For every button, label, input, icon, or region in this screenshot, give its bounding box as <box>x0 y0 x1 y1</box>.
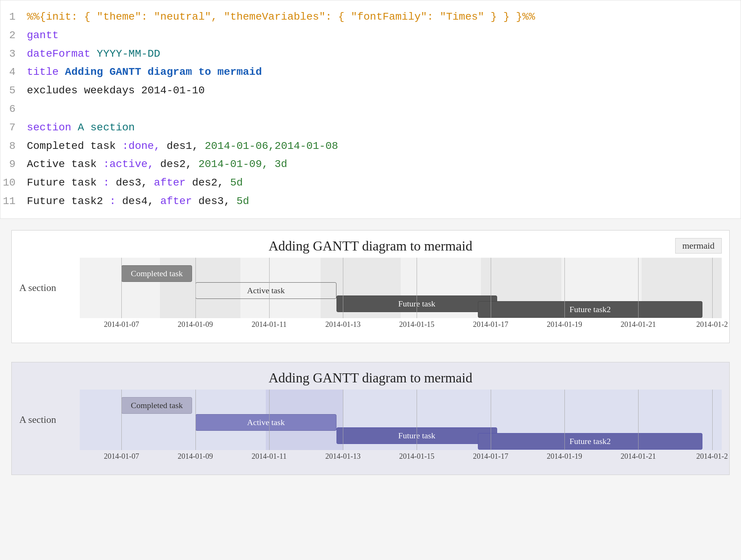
code-line-10: 10Future task : des3, after des2, 5d <box>0 174 741 192</box>
date-label: 2014-01-2 <box>696 320 728 329</box>
line-content: Completed task :done, des1, 2014-01-06,2… <box>27 138 741 155</box>
date-label: 2014-01-11 <box>252 452 287 461</box>
grid-line <box>269 390 270 450</box>
gantt-body-themed: A section Completed taskActive taskFutur… <box>19 390 722 450</box>
grid-line <box>121 390 122 450</box>
line-content: gantt <box>27 27 741 44</box>
code-line-5: 5excludes weekdays 2014-01-10 <box>0 82 741 100</box>
date-label: 2014-01-09 <box>178 452 213 461</box>
task-bar-1: Active task <box>195 414 337 431</box>
grid-line <box>269 258 270 318</box>
grid-line <box>121 258 122 318</box>
line-number: 10 <box>0 175 27 192</box>
line-number: 8 <box>0 138 27 155</box>
grid-line <box>491 258 491 318</box>
code-line-9: 9Active task :active, des2, 2014-01-09, … <box>0 155 741 174</box>
date-axis-themed: 2014-01-072014-01-092014-01-112014-01-13… <box>80 452 722 467</box>
date-label: 2014-01-21 <box>621 320 656 329</box>
code-line-1: 1%%{init: { "theme": "neutral", "themeVa… <box>0 8 741 26</box>
line-content: %%{init: { "theme": "neutral", "themeVar… <box>27 9 741 26</box>
grid-line <box>195 390 196 450</box>
code-line-3: 3dateFormat YYYY-MM-DD <box>0 45 741 63</box>
code-line-7: 7section A section <box>0 119 741 137</box>
date-label: 2014-01-19 <box>547 452 582 461</box>
grid-line <box>638 390 639 450</box>
code-line-11: 11Future task2 : des4, after des3, 5d <box>0 192 741 211</box>
grid-line <box>564 258 565 318</box>
date-axis-neutral: 2014-01-072014-01-092014-01-112014-01-13… <box>80 320 722 335</box>
line-content: dateFormat YYYY-MM-DD <box>27 46 741 63</box>
date-label: 2014-01-15 <box>399 320 434 329</box>
line-number: 3 <box>0 46 27 63</box>
grid-line <box>564 390 565 450</box>
gantt-chart-neutral: Completed taskActive taskFuture taskFutu… <box>80 258 722 318</box>
section-label-neutral: A section <box>19 258 80 318</box>
line-number: 2 <box>0 27 27 44</box>
gantt-area-themed: A section Completed taskActive taskFutur… <box>19 390 722 467</box>
gantt-area-neutral: A section Completed taskActive taskFutur… <box>19 258 722 335</box>
date-label: 2014-01-15 <box>399 452 434 461</box>
code-line-4: 4title Adding GANTT diagram to mermaid <box>0 63 741 82</box>
gantt-diagram-neutral: Adding GANTT diagram to mermaid mermaid … <box>11 230 730 343</box>
line-number: 11 <box>0 193 27 210</box>
date-label: 2014-01-11 <box>252 320 287 329</box>
line-number: 5 <box>0 82 27 99</box>
date-label: 2014-01-19 <box>547 320 582 329</box>
gantt-body-neutral: A section Completed taskActive taskFutur… <box>19 258 722 318</box>
date-label: 2014-01-17 <box>473 452 508 461</box>
line-content: title Adding GANTT diagram to mermaid <box>27 64 741 81</box>
date-label: 2014-01-13 <box>326 320 361 329</box>
section-label-themed: A section <box>19 390 80 450</box>
line-content: Active task :active, des2, 2014-01-09, 3… <box>27 156 741 173</box>
line-content: Future task2 : des4, after des3, 5d <box>27 193 741 210</box>
grid-line <box>417 390 417 450</box>
line-number: 1 <box>0 9 27 26</box>
line-content: Future task : des3, after des2, 5d <box>27 175 741 192</box>
code-line-8: 8Completed task :done, des1, 2014-01-06,… <box>0 137 741 156</box>
line-number: 9 <box>0 156 27 173</box>
line-content: excludes weekdays 2014-01-10 <box>27 82 741 99</box>
task-bar-3: Future task2 <box>478 433 702 450</box>
date-label: 2014-01-07 <box>104 320 139 329</box>
date-label: 2014-01-09 <box>178 320 213 329</box>
grid-line <box>491 390 491 450</box>
diagram1-title: Adding GANTT diagram to mermaid <box>19 238 722 254</box>
grid-line <box>417 258 417 318</box>
date-label: 2014-01-21 <box>621 452 656 461</box>
grid-line <box>343 258 343 318</box>
date-label: 2014-01-2 <box>696 452 728 461</box>
legend-badge: mermaid <box>675 238 722 254</box>
code-editor: 1%%{init: { "theme": "neutral", "themeVa… <box>0 0 741 219</box>
task-bar-0: Completed task <box>121 265 192 282</box>
line-number: 6 <box>0 101 27 118</box>
grid-line <box>638 258 639 318</box>
grid-line <box>343 390 343 450</box>
grid-line <box>712 390 713 450</box>
grid-line <box>195 258 196 318</box>
code-line-6: 6 <box>0 100 741 119</box>
line-number: 4 <box>0 64 27 81</box>
task-bar-0: Completed task <box>121 397 192 414</box>
gantt-chart-themed: Completed taskActive taskFuture taskFutu… <box>80 390 722 450</box>
line-content: section A section <box>27 119 741 136</box>
task-bar-1: Active task <box>195 282 337 299</box>
date-label: 2014-01-13 <box>326 452 361 461</box>
date-label: 2014-01-07 <box>104 452 139 461</box>
line-number: 7 <box>0 119 27 136</box>
date-label: 2014-01-17 <box>473 320 508 329</box>
diagram2-title: Adding GANTT diagram to mermaid <box>19 370 722 386</box>
code-line-2: 2gantt <box>0 26 741 45</box>
gantt-diagram-themed: Adding GANTT diagram to mermaid A sectio… <box>11 362 730 475</box>
grid-line <box>712 258 713 318</box>
task-bar-3: Future task2 <box>478 301 702 318</box>
